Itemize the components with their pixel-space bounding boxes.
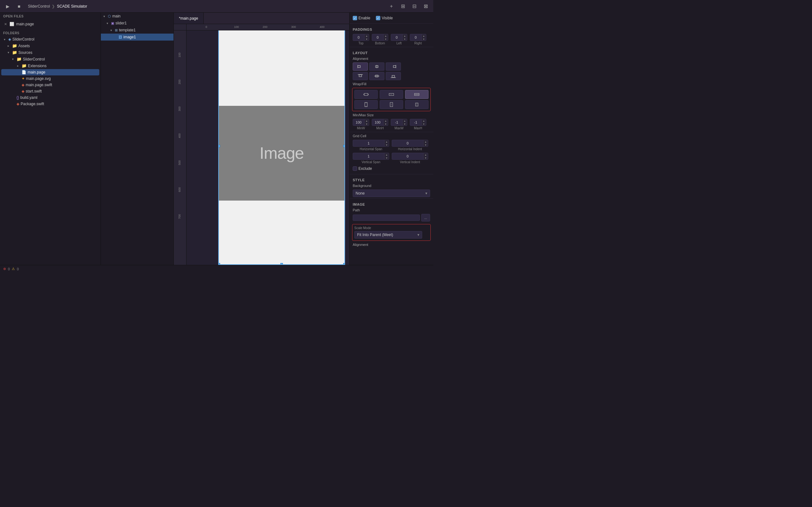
align-bottom-btn[interactable] [386,72,401,80]
minh-input[interactable] [372,120,383,124]
visible-checkbox-wrap[interactable]: ✓ Visible [376,16,393,20]
padding-right-up[interactable]: ▲ [421,34,426,38]
folder-item-slidercontrol[interactable]: ◈ SliderControl [1,36,99,43]
padding-bottom-up[interactable]: ▲ [384,34,388,38]
padding-right-down[interactable]: ▼ [421,38,426,41]
v-span-input[interactable] [353,154,384,158]
v-indent-up[interactable]: ▲ [423,153,428,156]
padding-top-input-wrap[interactable]: ▲ ▼ [353,34,369,41]
v-span-down[interactable]: ▼ [385,156,389,159]
file-item-build-yaml[interactable]: {} build.yaml [1,95,99,101]
v-span-up[interactable]: ▲ [385,153,389,156]
visible-checkbox[interactable]: ✓ [376,16,380,20]
maxw-input[interactable] [391,120,402,124]
scale-mode-select[interactable]: Fit Into Parent (Meet) ▾ [354,231,422,239]
handle-bc[interactable] [281,263,283,265]
path-input[interactable] [353,215,420,221]
tab-main-page[interactable]: *main.page [174,13,204,24]
maxw-down[interactable]: ▼ [403,122,407,125]
maxh-input-wrap[interactable]: ▲ ▼ [410,119,426,126]
maxw-up[interactable]: ▲ [403,119,407,122]
minh-up[interactable]: ▲ [384,119,388,122]
h-span-input-wrap[interactable]: ▲ ▼ [353,140,389,147]
align-left-btn[interactable] [353,62,368,71]
file-item-main-page[interactable]: 📄 main.page [1,69,99,75]
canvas-area[interactable]: 0 100 200 300 400 100 200 300 400 500 60… [174,24,349,265]
v-indent-input-wrap[interactable]: ▲ ▼ [392,153,428,160]
stop-button[interactable]: ■ [14,2,23,11]
align-center-h-btn[interactable] [369,62,385,71]
align-top-btn[interactable] [353,72,368,80]
enable-checkbox[interactable]: ✓ [353,16,357,20]
h-indent-input[interactable] [392,141,423,145]
padding-top-down[interactable]: ▼ [364,38,369,41]
maxw-input-wrap[interactable]: ▲ ▼ [391,119,407,126]
device-frame[interactable]: Image [218,31,345,265]
padding-left-down[interactable]: ▼ [403,38,407,41]
handle-bl[interactable] [218,263,220,265]
v-span-input-wrap[interactable]: ▲ ▼ [353,153,389,160]
play-button[interactable]: ▶ [3,2,12,11]
padding-right-input-wrap[interactable]: ▲ ▼ [410,34,426,41]
wf-btn-fixed-w[interactable] [354,90,378,99]
file-item-start-swift[interactable]: ◈ start.swift [1,88,99,95]
h-span-up[interactable]: ▲ [385,140,389,143]
h-indent-up[interactable]: ▲ [423,140,428,143]
file-item-main-swift[interactable]: ◈ main.page.swift [1,82,99,88]
minw-down[interactable]: ▼ [364,122,369,125]
wf-btn-fill-w-active[interactable] [405,90,428,99]
tree-item-main[interactable]: ⬡ main [101,13,173,20]
exclude-checkbox-wrap[interactable]: Exclude [353,166,372,171]
folder-item-extensions[interactable]: 📁 Extensions [1,62,99,69]
minh-input-wrap[interactable]: ▲ ▼ [372,119,388,126]
padding-bottom-down[interactable]: ▼ [384,38,388,41]
wf-btn-fill-h[interactable] [380,100,403,109]
tree-item-template1[interactable]: ⊞ template1 [101,26,173,34]
enable-checkbox-wrap[interactable]: ✓ Enable [353,16,370,20]
tree-item-slider1[interactable]: ▣ slider1 [101,20,173,26]
maxh-up[interactable]: ▲ [421,119,426,122]
maxh-input[interactable] [410,120,421,124]
layout-btn-3[interactable]: ⊠ [421,2,430,11]
padding-left-input-wrap[interactable]: ▲ ▼ [391,34,407,41]
h-span-down[interactable]: ▼ [385,143,389,147]
open-file-main-page[interactable]: ✕ ⬜ main.page [0,20,101,27]
background-select[interactable]: None ▾ [353,189,430,197]
tree-item-image1[interactable]: 🖼 image1 [101,34,173,41]
canvas-viewport[interactable]: Image [187,31,349,265]
file-item-package-swift[interactable]: ◈ Package.swift [1,101,99,107]
folder-item-slidercontrol-sub[interactable]: 📁 SliderControl [1,56,99,62]
h-indent-input-wrap[interactable]: ▲ ▼ [392,140,428,147]
h-indent-down[interactable]: ▼ [423,143,428,147]
padding-bottom-input[interactable] [372,36,383,39]
folder-item-sources[interactable]: 📁 Sources [1,49,99,56]
layout-btn-2[interactable]: ⊟ [410,2,419,11]
wf-btn-fill-w[interactable] [380,90,403,99]
handle-br[interactable] [343,263,345,265]
add-button[interactable]: + [387,2,396,11]
handle-ml[interactable] [218,145,220,147]
v-indent-down[interactable]: ▼ [423,156,428,159]
wf-btn-wrap-h[interactable] [405,100,428,109]
v-indent-input[interactable] [392,154,423,158]
align-center-v-btn[interactable] [369,72,385,80]
padding-right-input[interactable] [410,36,421,39]
folder-item-assets[interactable]: 📁 Assets [1,43,99,49]
handle-mr[interactable] [343,145,345,147]
padding-left-up[interactable]: ▲ [403,34,407,38]
padding-left-input[interactable] [391,36,402,39]
file-item-svg[interactable]: ✦ main.page.svg [1,75,99,82]
maxh-down[interactable]: ▼ [421,122,426,125]
layout-btn-1[interactable]: ⊞ [398,2,407,11]
minh-down[interactable]: ▼ [384,122,388,125]
close-tab-icon[interactable]: ✕ [3,22,8,26]
padding-top-up[interactable]: ▲ [364,34,369,38]
wf-btn-fixed-h[interactable] [354,100,378,109]
exclude-checkbox[interactable] [353,166,357,171]
padding-bottom-input-wrap[interactable]: ▲ ▼ [372,34,388,41]
path-browse-btn[interactable]: ... [421,214,430,222]
minw-input[interactable] [353,120,364,124]
minw-up[interactable]: ▲ [364,119,369,122]
align-right-btn[interactable] [386,62,401,71]
minw-input-wrap[interactable]: ▲ ▼ [353,119,369,126]
